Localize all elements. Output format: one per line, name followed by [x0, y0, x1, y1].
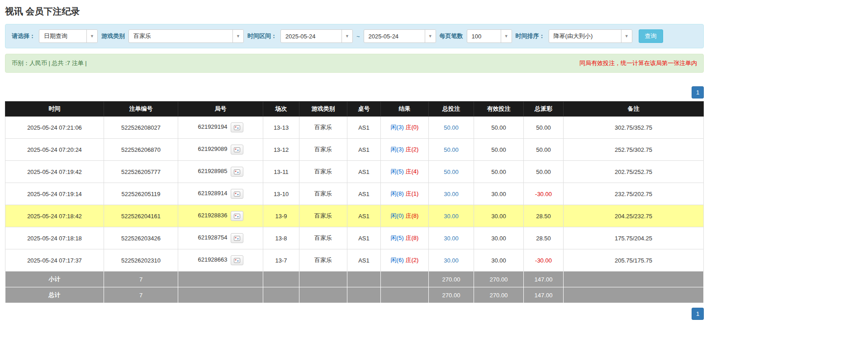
round-cell: 621929089 — [178, 139, 263, 161]
query-type-value: 日期查询 — [39, 30, 86, 42]
session-cell: 13-7 — [263, 249, 299, 272]
page-container: 视讯 会员下注纪录 请选择： 日期查询 ▼ 游戏类别 百家乐 ▼ 时间区间： 2… — [5, 5, 704, 320]
payout-cell: 50.00 — [524, 117, 564, 139]
note-cell: 175.75/204.25 — [564, 227, 704, 249]
payout-cell: 50.00 — [524, 139, 564, 161]
total-bet-link[interactable]: 50.00 — [444, 124, 459, 131]
result-cell: 闲(5)庄(8) — [381, 227, 429, 249]
game-cell: 百家乐 — [299, 249, 347, 272]
valid-bet-cell: 50.00 — [474, 139, 524, 161]
bet-id-cell: 522526205777 — [104, 161, 178, 183]
total-bet-link[interactable]: 50.00 — [444, 169, 459, 175]
round-cell: 621928663 — [178, 249, 263, 272]
roadmap-button[interactable] — [231, 233, 243, 243]
page-1-button[interactable]: 1 — [692, 86, 704, 98]
date-from-picker[interactable]: 2025-05-24 ▼ — [280, 29, 353, 43]
time-cell: 2025-05-24 07:20:24 — [5, 139, 104, 161]
tilde-separator: ~ — [356, 33, 360, 40]
search-button[interactable]: 查询 — [639, 29, 663, 43]
game-cell: 百家乐 — [299, 205, 347, 227]
table-row[interactable]: 2025-05-24 07:19:14 522526205119 6219289… — [5, 183, 704, 205]
banker-result: 庄(0) — [406, 124, 419, 131]
time-cell: 2025-05-24 07:18:18 — [5, 227, 104, 249]
round-id: 621929089 — [198, 145, 227, 152]
table-no-cell: AS1 — [347, 249, 381, 272]
time-cell: 2025-05-24 07:19:42 — [5, 161, 104, 183]
grand-total-label: 总计 — [5, 287, 104, 303]
col-table-no: 桌号 — [347, 102, 381, 117]
col-session: 场次 — [263, 102, 299, 117]
game-cell: 百家乐 — [299, 183, 347, 205]
bet-id-cell: 522526205119 — [104, 183, 178, 205]
table-row[interactable]: 2025-05-24 07:17:37 522526202310 6219286… — [5, 249, 704, 272]
banker-result: 庄(8) — [406, 234, 419, 241]
round-cell: 621928914 — [178, 183, 263, 205]
roadmap-icon — [234, 169, 240, 174]
session-cell: 13-12 — [263, 139, 299, 161]
time-range-label: 时间区间： — [247, 32, 277, 40]
time-cell: 2025-05-24 07:19:14 — [5, 183, 104, 205]
round-id: 621928663 — [198, 256, 227, 263]
roadmap-button[interactable] — [231, 255, 243, 265]
date-to-picker[interactable]: 2025-05-24 ▼ — [364, 29, 436, 43]
roadmap-button[interactable] — [231, 145, 243, 155]
total-bet-link[interactable]: 50.00 — [444, 146, 459, 153]
total-bet-cell: 30.00 — [429, 227, 474, 249]
page-size-value: 100 — [467, 30, 501, 42]
total-bet-link[interactable]: 30.00 — [444, 257, 459, 264]
chevron-down-icon: ▼ — [425, 30, 436, 42]
total-bet-link[interactable]: 30.00 — [444, 191, 459, 197]
total-bet-cell: 30.00 — [429, 249, 474, 272]
query-type-dropdown[interactable]: 日期查询 ▼ — [39, 29, 98, 43]
col-note: 备注 — [564, 102, 704, 117]
sort-dropdown[interactable]: 降幂(由大到小) ▼ — [549, 29, 632, 43]
total-bet-cell: 50.00 — [429, 139, 474, 161]
table-no-cell: AS1 — [347, 205, 381, 227]
page-size-dropdown[interactable]: 100 ▼ — [467, 29, 512, 43]
table-row[interactable]: 2025-05-24 07:20:24 522526206870 6219290… — [5, 139, 704, 161]
table-row[interactable]: 2025-05-24 07:19:42 522526205777 6219289… — [5, 161, 704, 183]
col-total-bet: 总投注 — [429, 102, 474, 117]
banker-result: 庄(2) — [406, 146, 419, 153]
table-row-highlighted[interactable]: 2025-05-24 07:18:42 522526204161 6219288… — [5, 205, 704, 227]
roadmap-button[interactable] — [231, 189, 243, 199]
roadmap-button[interactable] — [231, 167, 243, 177]
roadmap-icon — [234, 214, 240, 219]
session-cell: 13-11 — [263, 161, 299, 183]
table-row[interactable]: 2025-05-24 07:21:06 522526208027 6219291… — [5, 117, 704, 139]
total-bet-link[interactable]: 30.00 — [444, 213, 459, 220]
roadmap-button[interactable] — [231, 211, 243, 221]
total-bet-cell: 50.00 — [429, 161, 474, 183]
table-no-cell: AS1 — [347, 139, 381, 161]
session-cell: 13-8 — [263, 227, 299, 249]
roadmap-icon — [234, 125, 240, 130]
session-cell: 13-9 — [263, 205, 299, 227]
round-cell: 621928836 — [178, 205, 263, 227]
round-cell: 621928985 — [178, 161, 263, 183]
round-id: 621928914 — [198, 190, 227, 197]
bet-id-cell: 522526208027 — [104, 117, 178, 139]
result-cell: 闲(5)庄(4) — [381, 161, 429, 183]
subtotal-label: 小计 — [5, 272, 104, 287]
table-row[interactable]: 2025-05-24 07:18:18 522526203426 6219287… — [5, 227, 704, 249]
grand-total-total-bet: 270.00 — [429, 287, 474, 303]
roadmap-button[interactable] — [231, 122, 243, 132]
total-bet-cell: 50.00 — [429, 117, 474, 139]
query-type-label: 请选择： — [12, 32, 35, 40]
bet-records-table: 时间 注单编号 局号 场次 游戏类别 桌号 结果 总投注 有效投注 总派彩 备注… — [5, 101, 704, 303]
game-type-dropdown[interactable]: 百家乐 ▼ — [128, 29, 244, 43]
valid-bet-cell: 50.00 — [474, 117, 524, 139]
page-1-button[interactable]: 1 — [692, 308, 704, 320]
col-round-id: 局号 — [178, 102, 263, 117]
time-cell: 2025-05-24 07:21:06 — [5, 117, 104, 139]
time-cell: 2025-05-24 07:18:42 — [5, 205, 104, 227]
valid-bet-cell: 30.00 — [474, 249, 524, 272]
total-bet-cell: 30.00 — [429, 205, 474, 227]
total-bet-link[interactable]: 30.00 — [444, 235, 459, 242]
valid-bet-note: 同局有效投注，统一计算在该局第一张注单内 — [579, 59, 697, 67]
player-result: 闲(8) — [391, 190, 404, 197]
grand-total-row: 总计 7 270.00 270.00 147.00 — [5, 287, 704, 303]
note-cell: 302.75/352.75 — [564, 117, 704, 139]
player-result: 闲(0) — [391, 212, 404, 219]
chevron-down-icon: ▼ — [86, 30, 97, 42]
